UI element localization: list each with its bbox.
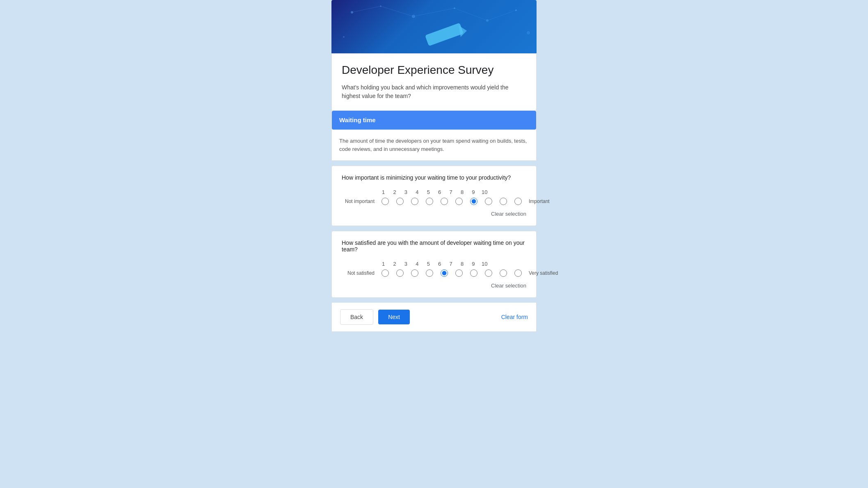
q1-label-left: Not important [342, 198, 375, 204]
q1-num-9: 9 [468, 189, 479, 195]
q2-radio-6[interactable] [452, 269, 466, 277]
q2-num-7: 7 [445, 261, 456, 267]
q1-label-right: Important [529, 198, 562, 204]
back-button[interactable]: Back [340, 309, 373, 325]
q1-radios-row: Not important Important [342, 198, 526, 205]
q1-radio-7[interactable] [466, 198, 481, 205]
q1-num-2: 2 [389, 189, 400, 195]
q1-radio-10[interactable] [511, 198, 525, 205]
svg-line-12 [487, 10, 516, 21]
question-1-text: How important is minimizing your waiting… [342, 174, 526, 181]
q1-scale-numbers: 1 2 3 4 5 6 7 8 9 10 [342, 189, 526, 195]
q1-clear-selection-container: Clear selection [342, 210, 526, 217]
q2-scale-numbers: 1 2 3 4 5 6 7 8 9 10 [342, 261, 526, 267]
q1-num-1: 1 [378, 189, 389, 195]
q2-radio-4[interactable] [422, 269, 437, 277]
section-body: The amount of time the developers on you… [332, 130, 536, 160]
q1-radio-8[interactable] [481, 198, 496, 205]
q2-num-4: 4 [411, 261, 423, 267]
q1-radio-9[interactable] [496, 198, 511, 205]
survey-banner [331, 0, 537, 53]
q2-clear-selection-container: Clear selection [342, 282, 526, 289]
svg-marker-14 [459, 25, 467, 37]
q1-num-3: 3 [400, 189, 411, 195]
svg-line-8 [352, 6, 381, 12]
question-card-2: How satisfied are you with the amount of… [331, 231, 537, 298]
question-2-text: How satisfied are you with the amount of… [342, 239, 526, 253]
q1-clear-selection-button[interactable]: Clear selection [491, 211, 526, 217]
q1-num-10: 10 [479, 189, 490, 195]
q2-num-5: 5 [423, 261, 434, 267]
clear-form-button[interactable]: Clear form [501, 314, 528, 320]
q1-radio-6[interactable] [452, 198, 466, 205]
next-button[interactable]: Next [378, 310, 410, 324]
q1-radio-2[interactable] [393, 198, 407, 205]
svg-point-7 [343, 36, 345, 38]
q1-num-6: 6 [434, 189, 445, 195]
q2-num-1: 1 [378, 261, 389, 267]
survey-title: Developer Experience Survey [342, 64, 526, 77]
q2-radio-2[interactable] [393, 269, 407, 277]
q2-label-right: Very satisfied [529, 270, 562, 276]
q1-radios [378, 198, 525, 205]
section-description: The amount of time the developers on you… [339, 137, 529, 153]
q2-radio-7[interactable] [466, 269, 481, 277]
q2-radios-row: Not satisfied Very satisfied [342, 269, 526, 277]
q1-num-7: 7 [445, 189, 456, 195]
q1-radio-3[interactable] [407, 198, 422, 205]
q2-radio-9[interactable] [496, 269, 511, 277]
q2-num-9: 9 [468, 261, 479, 267]
q1-radio-5[interactable] [437, 198, 452, 205]
section-header: Waiting time [332, 111, 536, 130]
q1-num-5: 5 [423, 189, 434, 195]
q2-num-6: 6 [434, 261, 445, 267]
section-title: Waiting time [339, 116, 376, 123]
q2-label-left: Not satisfied [342, 270, 375, 276]
svg-line-11 [455, 8, 487, 21]
q2-radio-3[interactable] [407, 269, 422, 277]
q2-radio-5[interactable] [437, 269, 452, 277]
q2-num-8: 8 [457, 261, 468, 267]
q2-radios [378, 269, 525, 277]
section-card: Waiting time The amount of time the deve… [331, 110, 537, 161]
footer-bar: Back Next Clear form [331, 303, 537, 332]
q2-clear-selection-button[interactable]: Clear selection [491, 283, 526, 289]
q2-radio-10[interactable] [511, 269, 525, 277]
q2-radio-1[interactable] [378, 269, 393, 277]
question-1-scale: 1 2 3 4 5 6 7 8 9 10 Not important [342, 189, 526, 205]
q1-num-4: 4 [411, 189, 423, 195]
svg-line-10 [413, 8, 455, 16]
q1-radio-1[interactable] [378, 198, 393, 205]
q1-num-8: 8 [457, 189, 468, 195]
question-2-scale: 1 2 3 4 5 6 7 8 9 10 Not satisfied [342, 261, 526, 277]
q2-num-3: 3 [400, 261, 411, 267]
q2-num-2: 2 [389, 261, 400, 267]
question-card-1: How important is minimizing your waiting… [331, 166, 537, 226]
svg-line-9 [381, 6, 413, 16]
survey-description: What's holding you back and which improv… [342, 83, 526, 100]
survey-title-card: Developer Experience Survey What's holdi… [331, 53, 537, 110]
q2-num-10: 10 [479, 261, 490, 267]
q2-radio-8[interactable] [481, 269, 496, 277]
q1-radio-4[interactable] [422, 198, 437, 205]
svg-rect-13 [425, 23, 464, 46]
svg-point-6 [527, 31, 530, 34]
